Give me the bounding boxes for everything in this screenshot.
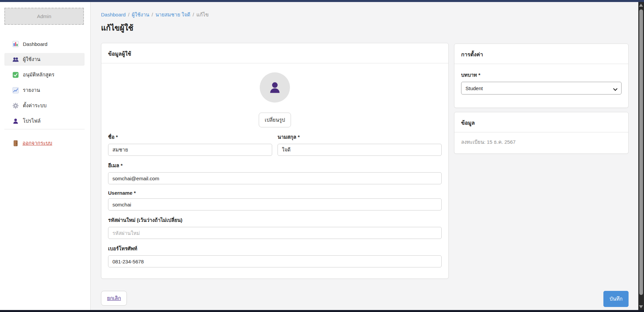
role-select[interactable]: Student [461, 82, 622, 95]
user-info-card-title: ข้อมูลผู้ใช้ [101, 43, 448, 63]
sidebar: Admin Dashboard ผู้ใช้งาน อนุมัติหลักสูต… [0, 2, 91, 310]
sidebar-item-system-settings[interactable]: ตั้งค่าระบบ [4, 99, 85, 112]
username-input[interactable] [108, 198, 442, 210]
sidebar-item-profile[interactable]: โปรไฟล์ [4, 115, 85, 127]
scrollbar-down-arrow-icon[interactable] [639, 305, 643, 308]
settings-card-body: บทบาท * Student [454, 64, 628, 101]
avatar [260, 72, 290, 103]
breadcrumb-separator: / [128, 12, 129, 17]
footer-cancel-wrap: ยกเลิก [101, 291, 127, 306]
sidebar-item-label: โปรไฟล์ [23, 117, 41, 125]
cancel-button[interactable]: ยกเลิก [101, 291, 127, 306]
page-scrollbar[interactable] [638, 2, 644, 310]
change-photo-button[interactable]: เปลี่ยนรูป [259, 113, 291, 127]
email-input[interactable] [108, 172, 442, 184]
bar-chart-icon [12, 41, 19, 47]
sidebar-divider [4, 129, 85, 129]
sidebar-item-label: อนุมัติหลักสูตร [23, 71, 54, 79]
logout-label: ออกจากระบบ [22, 139, 52, 147]
page-title: แก้ไขผู้ใช้ [101, 22, 133, 34]
breadcrumb-separator: / [152, 12, 153, 17]
main-content: Dashboard/ผู้ใช้งาน/นายสมชาย ใจดี/แก้ไข … [91, 2, 638, 310]
sidebar-nav: Dashboard ผู้ใช้งาน อนุมัติหลักสูตร รายง… [4, 38, 85, 130]
settings-card-title: การตั้งค่า [454, 44, 628, 64]
email-label: อีเมล * [108, 162, 442, 170]
user-info-form: เปลี่ยนรูป ชื่อ * นามสกุล * อีเมล * User… [101, 72, 448, 274]
sidebar-item-dashboard[interactable]: Dashboard [4, 38, 85, 50]
first-name-label: ชื่อ * [108, 133, 272, 141]
sidebar-item-label: ตั้งค่าระบบ [23, 102, 47, 110]
phone-label: เบอร์โทรศัพท์ [108, 245, 442, 253]
info-card: ข้อมูล ลงทะเบียน: 15 ธ.ค. 2567 [454, 112, 629, 154]
logout-link[interactable]: ออกจากระบบ [12, 139, 52, 147]
footer-save-wrap: บันทึก [454, 291, 629, 307]
role-label: บทบาท * [461, 71, 622, 79]
breadcrumb-users[interactable]: ผู้ใช้งาน [132, 12, 149, 17]
gear-icon [12, 103, 19, 109]
sidebar-item-label: Dashboard [23, 41, 47, 47]
admin-brand-label: Admin [37, 13, 51, 19]
username-label: Username * [108, 190, 442, 196]
door-icon [12, 140, 19, 146]
phone-input[interactable] [108, 255, 442, 267]
last-name-field-group: นามสกุล * [278, 127, 442, 156]
settings-card: การตั้งค่า บทบาท * Student [454, 44, 629, 108]
info-card-title: ข้อมูล [454, 112, 628, 132]
app-window: Admin Dashboard ผู้ใช้งาน อนุมัติหลักสูต… [0, 0, 644, 312]
registered-date-text: ลงทะเบียน: 15 ธ.ค. 2567 [454, 132, 628, 152]
line-chart-icon [12, 87, 19, 93]
person-icon [12, 118, 19, 124]
sidebar-item-approve-courses[interactable]: อนุมัติหลักสูตร [4, 68, 85, 81]
role-select-wrap: Student [461, 82, 622, 95]
change-photo-wrap: เปลี่ยนรูป [108, 113, 442, 127]
sidebar-item-users[interactable]: ผู้ใช้งาน [4, 53, 85, 66]
last-name-label: นามสกุล * [278, 133, 442, 141]
users-icon [12, 56, 19, 63]
save-button[interactable]: บันทึก [603, 291, 629, 307]
browser-bottom-strip [0, 310, 644, 312]
new-password-label: รหัสผ่านใหม่ (เว้นว่างถ้าไม่เปลี่ยน) [108, 216, 442, 224]
avatar-wrap [108, 72, 442, 103]
breadcrumb-user-name[interactable]: นายสมชาย ใจดี [155, 12, 190, 17]
breadcrumb-current: แก้ไข [196, 12, 209, 17]
first-name-input[interactable] [108, 144, 272, 156]
sidebar-item-label: รายงาน [23, 86, 40, 94]
cancel-button-label: ยกเลิก [107, 295, 121, 301]
scrollbar-thumb[interactable] [639, 9, 643, 295]
scrollbar-up-arrow-icon[interactable] [639, 4, 643, 7]
user-info-card: ข้อมูลผู้ใช้ เปลี่ยนรูป ชื่อ * [101, 43, 449, 279]
breadcrumb: Dashboard/ผู้ใช้งาน/นายสมชาย ใจดี/แก้ไข [101, 11, 209, 19]
first-name-field-group: ชื่อ * [108, 127, 272, 156]
last-name-input[interactable] [278, 144, 442, 156]
admin-brand-box: Admin [4, 8, 84, 25]
approve-check-icon [12, 72, 19, 78]
sidebar-item-label: ผู้ใช้งาน [23, 55, 40, 63]
breadcrumb-separator: / [193, 12, 194, 17]
person-silhouette-icon [267, 80, 283, 95]
sidebar-item-reports[interactable]: รายงาน [4, 84, 85, 97]
new-password-input[interactable] [108, 227, 442, 239]
breadcrumb-dashboard[interactable]: Dashboard [101, 12, 126, 17]
